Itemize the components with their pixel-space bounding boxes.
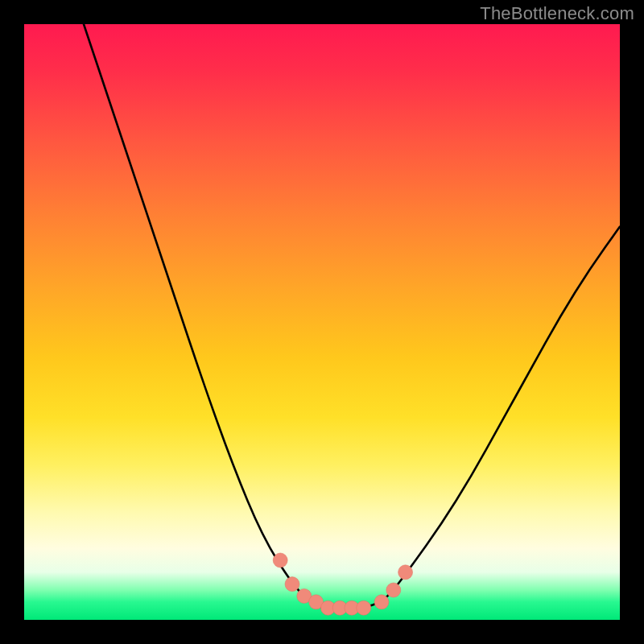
highlight-dot <box>357 601 371 615</box>
highlight-dot <box>386 583 401 597</box>
highlight-dot <box>273 553 287 568</box>
bottleneck-curve-path <box>84 24 620 608</box>
highlight-dot <box>398 565 413 580</box>
highlight-dots-group <box>273 553 412 615</box>
highlight-dot <box>374 595 389 609</box>
chart-frame: TheBottleneck.com <box>0 0 644 644</box>
plot-area <box>24 24 620 620</box>
watermark-text: TheBottleneck.com <box>480 3 634 24</box>
highlight-dot <box>285 577 299 592</box>
bottleneck-curve-svg <box>24 24 620 620</box>
